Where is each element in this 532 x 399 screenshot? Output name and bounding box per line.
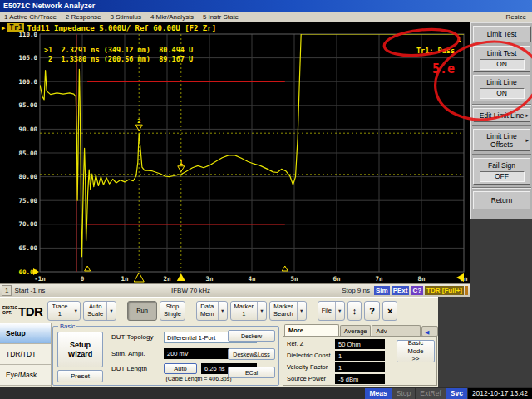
svg-text:80.00: 80.00 <box>18 173 37 180</box>
velocity-factor-field[interactable]: 1 <box>335 362 385 372</box>
submenu-arrow-icon: ▸ <box>525 112 529 119</box>
more-functions-panel: Ref. Z 50 Ohm Dielectric Const. 1 Veloci… <box>283 336 437 386</box>
svg-text:70.00: 70.00 <box>18 220 37 228</box>
svg-text:2n: 2n <box>163 275 170 283</box>
softkey-sidebar: Limit Test Limit Test ON Limit Line ON E… <box>470 22 532 297</box>
help-button[interactable]: ? <box>364 301 380 321</box>
trace-id-badge: Tr1 <box>7 23 24 32</box>
analyzer-display: 110.0105.0100.095.0090.0085.0080.0075.00… <box>0 22 470 283</box>
limit-test-state: ON <box>480 59 525 70</box>
marker-2-glyph <box>135 125 142 131</box>
marker-select-button[interactable]: Marker 1▼ <box>230 301 267 321</box>
e5071c-screen: E5071C Network Analyzer 1 Active Ch/Trac… <box>0 0 532 399</box>
tab-more-functions[interactable]: More Functions <box>284 324 339 337</box>
stop-indicator: Stop <box>392 388 416 399</box>
svg-text:75.00: 75.00 <box>18 197 37 204</box>
indicator-sliver <box>466 286 468 295</box>
deskew-button[interactable]: Deskew <box>228 330 275 342</box>
tab-adv-waveform[interactable]: Adv Waveform <box>372 325 421 337</box>
dielectric-const-field[interactable]: 1 <box>335 351 385 361</box>
menu-stimulus[interactable]: 3 Stimulus <box>111 13 141 21</box>
dut-length-auto-button[interactable]: Auto <box>164 363 197 374</box>
tab-eye-mask[interactable]: Eye/Mask <box>0 365 51 386</box>
softkey-separator <box>472 187 531 189</box>
tab-average[interactable]: Average <box>340 325 372 337</box>
menu-mkr-analysis[interactable]: 4 Mkr/Analysis <box>150 13 194 21</box>
tab-tdr-tdt[interactable]: TDR/TDT <box>0 344 51 365</box>
limit-line-state: ON <box>480 88 525 99</box>
tab-setup[interactable]: Setup <box>0 323 51 344</box>
dropdown-arrow-icon: ▼ <box>106 302 116 320</box>
svg-text:1: 1 <box>457 36 461 43</box>
svg-text:65.00: 65.00 <box>18 244 37 252</box>
marker-1-glyph <box>178 166 185 172</box>
softkey-menu-title: Limit Test <box>473 26 531 42</box>
dropdown-arrow-icon: ▼ <box>297 302 306 320</box>
svg-text:7n: 7n <box>375 275 382 283</box>
softkey-separator <box>472 125 531 126</box>
menu-response[interactable]: 2 Response <box>66 13 101 21</box>
trace-select-button[interactable]: Trace 1▼ <box>47 301 81 321</box>
svg-text:6n: 6n <box>332 275 340 283</box>
svg-text:95.00: 95.00 <box>18 101 37 109</box>
trace-header[interactable]: ▶ Tr1 Tdd11 Impedance 5.000U/ Ref 60.00U… <box>2 22 216 33</box>
ref-z-field[interactable]: 50 Ohm <box>335 339 385 349</box>
auto-scale-button[interactable]: Auto Scale▼ <box>83 301 116 321</box>
file-button[interactable]: File▼ <box>318 301 345 321</box>
limit-line-toggle-button[interactable]: Limit Line ON <box>473 75 530 101</box>
marker-search-button[interactable]: Marker Search▼ <box>269 301 307 321</box>
source-power-field[interactable]: -5 dBm <box>335 374 385 384</box>
svg-text:0: 0 <box>81 275 85 283</box>
help-icon: ? <box>365 302 379 320</box>
dielectric-const-label: Dielectric Const. <box>287 352 332 359</box>
sweep-start-label: Start -1 ns <box>14 287 45 294</box>
svg-text:2: 2 <box>137 118 140 125</box>
close-icon: × <box>383 302 397 320</box>
menu-resize[interactable]: Resize <box>506 13 526 21</box>
svg-text:5n: 5n <box>290 275 298 283</box>
menu-active-ch-trace[interactable]: 1 Active Ch/Trace <box>4 13 57 21</box>
extref-indicator: ExtRef <box>416 388 446 399</box>
window-titlebar[interactable]: E5071C Network Analyzer <box>0 0 532 12</box>
fail-sign-toggle-button[interactable]: Fail Sign OFF <box>473 158 530 185</box>
basic-mode-button[interactable]: Basic Mode >> <box>397 340 435 362</box>
expand-collapse-button[interactable]: ↕ <box>347 301 362 321</box>
deskew-loss-button[interactable]: Deskew&Loss <box>228 348 275 360</box>
updown-arrow-icon: ↕ <box>348 302 362 320</box>
svg-text:105.0: 105.0 <box>18 54 37 62</box>
limit-line-offsets-button[interactable]: Limit Line Offsets ▸ <box>473 129 530 151</box>
trace-select-arrow-icon: ▶ <box>2 25 5 32</box>
system-status-bar: Meas Stop ExtRef Svc 2012-10-17 13:42 <box>0 387 532 399</box>
ecal-button[interactable]: ECal <box>228 367 275 378</box>
run-button[interactable]: Run <box>127 301 157 321</box>
basic-group: Basic Setup Wizard Preset DUT Topology D… <box>52 326 279 386</box>
trace-format-text: Tdd11 Impedance 5.000U/ Ref 60.00U [F2 Z… <box>27 24 216 32</box>
setup-wizard-button[interactable]: Setup Wizard <box>57 332 103 367</box>
close-panel-button[interactable]: × <box>382 301 397 321</box>
tdr-side-tabs: Setup TDR/TDT Eye/Mask <box>0 323 52 388</box>
tdr-mode-badge: TDR [Full+] <box>425 286 464 295</box>
stim-ampl-label: Stim. Ampl. <box>111 350 145 357</box>
ifbw-label: IFBW 70 kHz <box>171 287 210 294</box>
window-title: E5071C Network Analyzer <box>3 2 95 10</box>
svg-text:3n: 3n <box>205 275 213 283</box>
preset-button[interactable]: Preset <box>57 370 103 382</box>
svg-text:-1n: -1n <box>34 275 46 283</box>
tdr-application-panel: E5071C OPT. TDR Trace 1▼ Auto Scale▼ Run… <box>0 297 438 387</box>
tdr-plot-area[interactable]: 110.0105.0100.095.0090.0085.0080.0075.00… <box>0 22 470 283</box>
softkey-separator <box>472 104 531 106</box>
edit-limit-line-button[interactable]: Edit Limit Line ▸ <box>473 108 530 122</box>
limit-test-toggle-button[interactable]: Limit Test ON <box>473 46 530 72</box>
svc-indicator: Svc <box>446 388 467 399</box>
data-mem-button[interactable]: Data Mem▼ <box>196 301 228 321</box>
sim-badge: Sim <box>374 286 390 295</box>
dut-length-label: DUT Length <box>111 365 147 372</box>
sweep-stop-label: Stop 9 ns <box>342 287 370 294</box>
fail-sign-state: OFF <box>480 171 525 182</box>
svg-text:8n: 8n <box>417 275 425 283</box>
stop-single-button[interactable]: Stop Single <box>160 301 185 321</box>
svg-text:1n: 1n <box>121 275 128 283</box>
return-button[interactable]: Return <box>473 191 530 209</box>
menu-instr-state[interactable]: 5 Instr State <box>203 13 239 21</box>
softkey-separator <box>472 154 531 155</box>
